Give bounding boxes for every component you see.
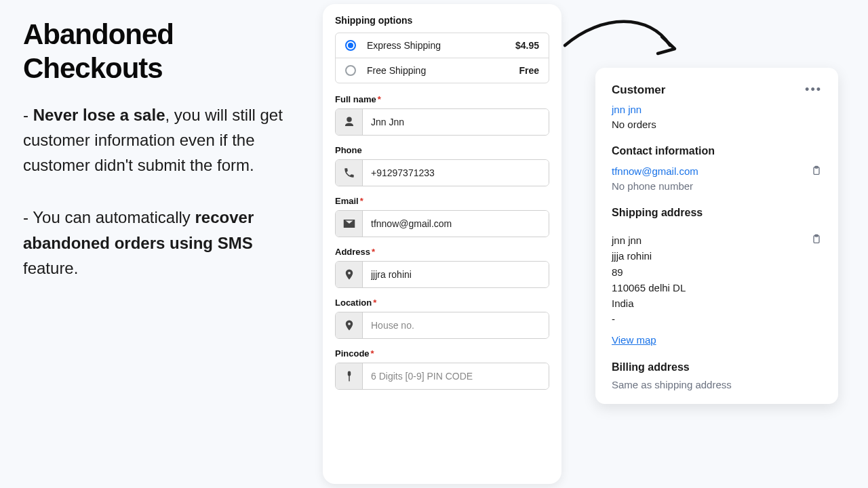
- full-name-field[interactable]: [335, 108, 549, 136]
- pincode-field[interactable]: [335, 363, 549, 390]
- marketing-copy: Abandoned Checkouts - Never lose a sale,…: [23, 18, 301, 308]
- marketing-para-2: - You can automatically recover abandone…: [23, 205, 301, 281]
- billing-address-heading: Billing address: [612, 361, 822, 373]
- address-input[interactable]: [363, 262, 549, 287]
- location-field[interactable]: [335, 312, 549, 339]
- shipping-options-heading: Shipping options: [335, 15, 549, 26]
- more-actions-icon[interactable]: •••: [805, 83, 822, 97]
- marketing-para-1: - Never lose a sale, you will still get …: [23, 102, 301, 178]
- orders-text: No orders: [612, 119, 822, 130]
- location-pin-icon: [336, 262, 363, 287]
- customer-email-link[interactable]: tfnnow@gmail.com: [612, 165, 698, 177]
- phone-field[interactable]: [335, 159, 549, 186]
- email-label: Email*: [335, 196, 549, 206]
- location-pin-icon: [336, 312, 363, 338]
- email-field[interactable]: [335, 210, 549, 237]
- phone-label: Phone: [335, 145, 549, 155]
- user-icon: [336, 109, 363, 135]
- phone-input[interactable]: [363, 160, 549, 186]
- page-title: Abandoned Checkouts: [23, 18, 301, 86]
- address-label: Address*: [335, 247, 549, 257]
- shipping-address-heading: Shipping address: [612, 207, 822, 219]
- checkout-form-card: Shipping options Express Shipping $4.95 …: [323, 4, 561, 484]
- radio-icon: [345, 40, 356, 51]
- customer-heading: Customer: [612, 83, 665, 97]
- clipboard-icon[interactable]: [811, 164, 822, 178]
- full-name-input[interactable]: [363, 109, 549, 135]
- location-label: Location*: [335, 298, 549, 308]
- shipping-options-list: Express Shipping $4.95 Free Shipping Fre…: [335, 33, 549, 83]
- shipping-option-express[interactable]: Express Shipping $4.95: [336, 33, 549, 58]
- pincode-label: Pincode*: [335, 348, 549, 359]
- shipping-address-block: jnn jnn jjja rohini 89 110065 delhi DL I…: [612, 232, 686, 327]
- shipping-option-free[interactable]: Free Shipping Free: [336, 58, 549, 83]
- clipboard-icon[interactable]: [811, 232, 822, 246]
- address-field[interactable]: [335, 261, 549, 288]
- pin-icon: [336, 363, 363, 389]
- phone-icon: [336, 160, 363, 186]
- full-name-label: Full name*: [335, 94, 549, 104]
- radio-icon: [345, 65, 356, 76]
- phone-text: No phone number: [612, 180, 822, 192]
- view-map-link[interactable]: View map: [612, 334, 656, 346]
- email-input[interactable]: [363, 211, 549, 237]
- pincode-input[interactable]: [363, 363, 549, 389]
- customer-name-link[interactable]: jnn jnn: [612, 104, 642, 115]
- customer-card: Customer ••• jnn jnn No orders Contact i…: [595, 68, 838, 404]
- contact-info-heading: Contact information: [612, 145, 822, 157]
- mail-icon: [336, 211, 363, 237]
- location-input[interactable]: [363, 312, 549, 338]
- arrow-icon: [561, 8, 684, 69]
- billing-text: Same as shipping address: [612, 379, 822, 390]
